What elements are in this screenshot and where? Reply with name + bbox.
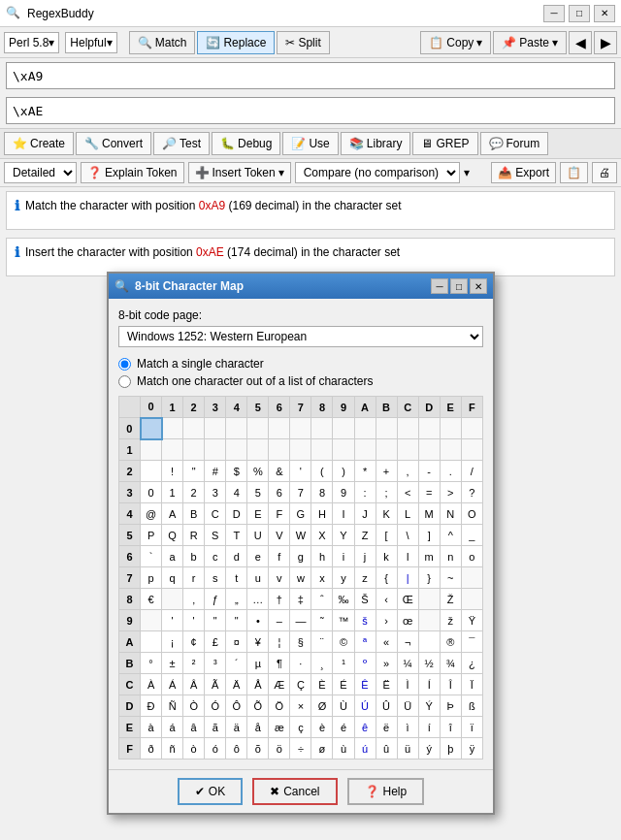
version-label: Perl 5.8 [9,36,49,49]
regex-input-2[interactable] [6,97,615,124]
test-label: Test [180,137,201,150]
charmap-dialog: 🔍 8-bit Character Map ─ □ ✕ 8-bit code p… [107,272,495,280]
replace-label: Replace [223,36,266,49]
copy-button[interactable]: 📋 Copy ▾ [420,31,491,54]
main-toolbar: Perl 5.8 ▾ Helpful ▾ 🔍 Match 🔄 Replace ✂… [0,27,621,58]
info-text-2: Insert the character with position 0xAE … [25,244,400,261]
explain-icon: ❓ [87,166,102,179]
helpful-chevron: ▾ [107,36,113,49]
match-label: Match [155,36,187,49]
close-button[interactable]: ✕ [594,5,615,22]
dialog-title-bar: 🔍 8-bit Character Map ─ □ ✕ [109,274,493,280]
create-button[interactable]: ⭐ Create [4,132,74,155]
copy-chevron: ▾ [476,36,482,49]
dialog-title: 8-bit Character Map [135,279,244,280]
info-panel-1: ℹ Match the character with position 0xA9… [6,191,615,230]
replace-icon: 🔄 [206,36,220,49]
split-icon: ✂ [285,36,295,49]
library-icon: 📚 [349,137,364,150]
compare-chevron: ▾ [464,166,470,179]
forum-label: Forum [507,137,540,150]
copy-export-button[interactable]: 📋 [560,162,588,183]
explain-label: Explain Token [105,166,178,179]
library-label: Library [367,137,403,150]
test-button[interactable]: 🔎 Test [153,132,210,155]
forward-button[interactable]: ▶ [594,31,617,54]
info-icon-2: ℹ [15,244,19,260]
use-button[interactable]: 📝 Use [282,132,338,155]
paste-button[interactable]: 📌 Paste ▾ [493,31,567,54]
back-button[interactable]: ◀ [569,31,592,54]
paste-icon: 📌 [502,36,516,49]
info-text-1: Match the character with position 0xA9 (… [25,198,402,214]
version-dropdown[interactable]: Perl 5.8 ▾ [4,32,59,53]
action-bar: ⭐ Create 🔧 Convert 🔎 Test 🐛 Debug 📝 Use … [0,128,621,159]
split-label: Split [298,36,320,49]
use-icon: 📝 [291,137,306,150]
library-button[interactable]: 📚 Library [341,132,411,155]
detail-bar: Detailed ❓ Explain Token ➕ Insert Token … [0,159,621,187]
test-icon: 🔎 [162,137,177,150]
compare-select[interactable]: Compare (no comparison) [295,162,460,183]
version-chevron: ▾ [49,36,54,49]
detail-level-select[interactable]: Detailed [4,162,77,183]
app-icon: 🔍 [6,6,21,21]
export-icon: 📤 [498,166,512,179]
replace-button[interactable]: 🔄 Replace [197,31,275,54]
debug-label: Debug [238,137,272,150]
paste-label: Paste [519,36,549,49]
insert-icon: ➕ [195,166,210,179]
dialog-controls: ─ □ ✕ [431,278,487,280]
convert-icon: 🔧 [84,137,99,150]
dialog-close-button[interactable]: ✕ [470,278,487,280]
copy-label: Copy [446,36,474,49]
insert-token-button[interactable]: ➕ Insert Token ▾ [188,162,291,183]
grep-label: GREP [436,137,469,150]
create-icon: ⭐ [13,137,27,150]
match-icon: 🔍 [138,36,152,49]
print-button[interactable]: 🖨 [592,162,617,183]
helpful-dropdown[interactable]: Helpful ▾ [65,32,116,53]
create-label: Create [30,137,65,150]
regex-input-1[interactable] [6,62,615,89]
minimize-button[interactable]: ─ [543,5,565,22]
convert-button[interactable]: 🔧 Convert [76,132,151,155]
maximize-button[interactable]: □ [569,5,590,22]
dialog-restore-button[interactable]: □ [450,278,468,280]
convert-label: Convert [102,137,143,150]
print-icon: 🖨 [599,166,610,179]
regex-area-1 [0,58,621,93]
grep-button[interactable]: 🖥 GREP [412,132,477,155]
helpful-label: Helpful [70,36,106,49]
debug-icon: 🐛 [220,137,235,150]
title-bar: 🔍 RegexBuddy ─ □ ✕ [0,0,621,27]
match-button[interactable]: 🔍 Match [129,31,196,54]
paste-chevron: ▾ [552,36,558,49]
use-label: Use [309,137,329,150]
dialog-minimize-button[interactable]: ─ [431,278,448,280]
insert-label: Insert Token [212,166,276,179]
forum-button[interactable]: 💬 Forum [480,132,549,155]
forum-icon: 💬 [489,137,504,150]
title-controls: ─ □ ✕ [543,5,615,22]
info-panel-2: ℹ Insert the character with position 0xA… [6,238,615,276]
explain-token-button[interactable]: ❓ Explain Token [81,162,184,183]
export-button[interactable]: 📤 Export [491,162,556,183]
insert-chevron: ▾ [278,166,284,179]
regex-area-2 [0,93,621,128]
app-title: RegexBuddy [27,7,94,20]
copy-icon: 📋 [429,36,443,49]
split-button[interactable]: ✂ Split [277,31,329,54]
info-icon-1: ℹ [15,198,19,213]
debug-button[interactable]: 🐛 Debug [212,132,280,155]
dialog-icon: 🔍 [114,279,129,280]
copy-export-icon: 📋 [567,166,581,179]
grep-icon: 🖥 [421,137,433,150]
export-label: Export [515,166,549,179]
